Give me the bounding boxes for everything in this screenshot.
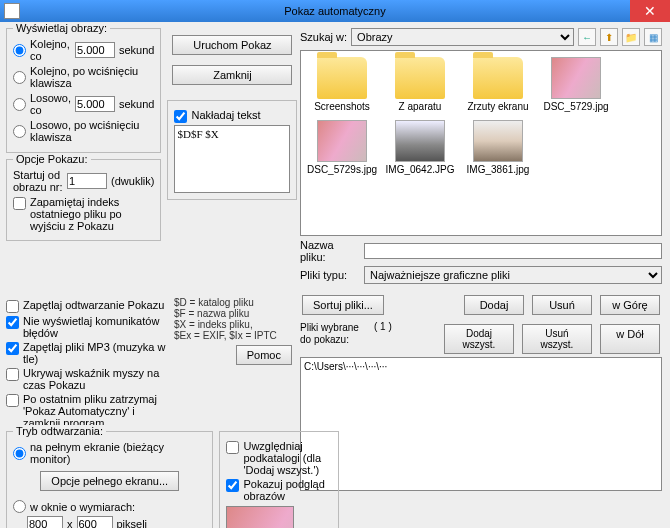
up-button[interactable]: w Górę <box>600 295 660 315</box>
remember-index-check[interactable] <box>13 197 26 210</box>
up-folder-icon[interactable]: ⬆ <box>600 28 618 46</box>
display-images-group: Wyświetlaj obrazy: Kolejno, co sekund Ko… <box>6 28 161 153</box>
interval2-input[interactable] <box>75 96 115 112</box>
view-icon[interactable]: ▦ <box>644 28 662 46</box>
stop-last-check[interactable] <box>6 394 19 407</box>
win-h-input[interactable] <box>77 516 113 528</box>
close-icon[interactable]: ✕ <box>630 0 670 22</box>
folder-icon <box>395 57 445 99</box>
down-button[interactable]: w Dół <box>600 324 660 354</box>
window-title: Pokaz automatyczny <box>284 5 386 17</box>
search-combo[interactable]: Obrazy <box>351 28 574 46</box>
preview-check[interactable] <box>226 479 239 492</box>
radio-seq-each[interactable] <box>13 44 26 57</box>
folder-item[interactable]: Z aparatu <box>385 57 455 112</box>
radio-seq-key[interactable] <box>13 71 26 84</box>
image-item[interactable]: DSC_5729s.jpg <box>307 120 377 175</box>
remove-button[interactable]: Usuń <box>532 295 592 315</box>
file-label: Zrzuty ekranu <box>463 101 533 112</box>
search-label: Szukaj w: <box>300 31 347 43</box>
help-button[interactable]: Pomoc <box>236 345 292 365</box>
image-item[interactable]: DSC_5729.jpg <box>541 57 611 112</box>
no-errors-check[interactable] <box>6 316 19 329</box>
folder-item[interactable]: Screenshots <box>307 57 377 112</box>
file-label: DSC_5729.jpg <box>541 101 611 112</box>
play-mode-group: Tryb odtwarzania: na pełnym ekranie (bie… <box>6 431 213 528</box>
app-icon <box>4 3 20 19</box>
overlay-text-check[interactable] <box>174 110 187 123</box>
remove-all-button[interactable]: Usuń wszyst. <box>522 324 592 354</box>
image-thumb <box>395 120 445 162</box>
add-all-button[interactable]: Dodaj wszyst. <box>444 324 514 354</box>
radio-fullscreen[interactable] <box>13 447 26 460</box>
hide-mouse-check[interactable] <box>6 368 19 381</box>
radio-window[interactable] <box>13 500 26 513</box>
add-button[interactable]: Dodaj <box>464 295 524 315</box>
win-w-input[interactable] <box>27 516 63 528</box>
loop-check[interactable] <box>6 300 19 313</box>
selected-files-list[interactable]: C:\Users\···\···\···\··· <box>300 357 662 491</box>
start-index-input[interactable] <box>67 173 107 189</box>
folder-item[interactable]: Zrzuty ekranu <box>463 57 533 112</box>
image-thumb <box>473 120 523 162</box>
file-label: IMG_3861.jpg <box>463 164 533 175</box>
folder-icon <box>473 57 523 99</box>
new-folder-icon[interactable]: 📁 <box>622 28 640 46</box>
list-item[interactable]: C:\Users\···\···\···\··· <box>304 361 658 372</box>
title-bar: Pokaz automatyczny ✕ <box>0 0 670 22</box>
overlay-text-input[interactable] <box>174 125 290 193</box>
show-options-group: Opcje Pokazu: Startuj od obrazu nr: (dwu… <box>6 159 161 241</box>
close-button[interactable]: Zamknij <box>172 65 292 85</box>
image-item[interactable]: IMG_0642.JPG <box>385 120 455 175</box>
fullscreen-opts-button[interactable]: Opcje pełnego ekranu... <box>40 471 179 491</box>
image-thumb <box>317 120 367 162</box>
interval1-input[interactable] <box>75 42 115 58</box>
placeholder-hints: $D = katalog pliku $F = nazwa pliku $X =… <box>174 297 294 341</box>
file-label: IMG_0642.JPG <box>385 164 455 175</box>
file-label: DSC_5729s.jpg <box>307 164 377 175</box>
file-browser[interactable]: ScreenshotsZ aparatuZrzuty ekranuDSC_572… <box>300 50 662 236</box>
subfolders-check[interactable] <box>226 441 239 454</box>
folder-icon <box>317 57 367 99</box>
file-label: Z aparatu <box>385 101 455 112</box>
radio-rand-each[interactable] <box>13 98 26 111</box>
loop-mp3-check[interactable] <box>6 342 19 355</box>
image-item[interactable]: IMG_3861.jpg <box>463 120 533 175</box>
filename-input[interactable] <box>364 243 662 259</box>
filetype-combo[interactable]: Najważniejsze graficzne pliki <box>364 266 662 284</box>
radio-rand-key[interactable] <box>13 125 26 138</box>
back-icon[interactable]: ← <box>578 28 596 46</box>
preview-image <box>226 506 294 528</box>
sort-files-button[interactable]: Sortuj pliki... <box>302 295 384 315</box>
selected-count: ( 1 ) <box>374 321 392 357</box>
file-label: Screenshots <box>307 101 377 112</box>
run-show-button[interactable]: Uruchom Pokaz <box>172 35 292 55</box>
image-thumb <box>551 57 601 99</box>
